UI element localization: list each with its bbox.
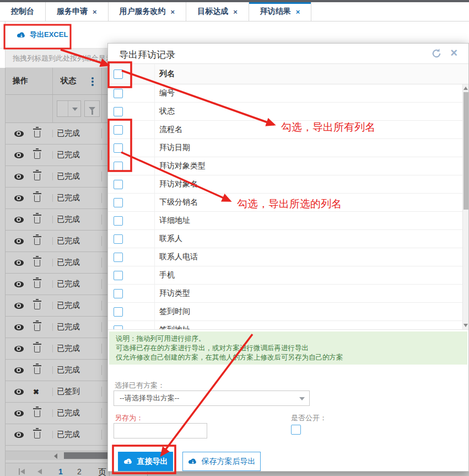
save-then-export-label: 保存方案后导出 xyxy=(202,457,256,467)
column-name: 手机 xyxy=(155,270,175,280)
column-checkbox[interactable] xyxy=(114,107,123,116)
list-item[interactable]: 拜访日期 xyxy=(108,139,468,157)
tab-label: 控制台 xyxy=(11,7,34,17)
cloud-download-icon xyxy=(188,458,197,465)
column-checkbox[interactable] xyxy=(114,289,123,298)
list-item[interactable]: 手机 xyxy=(108,266,468,285)
save-as-input[interactable] xyxy=(114,423,207,438)
tab-label: 服务申请 xyxy=(57,7,88,17)
tab-console[interactable]: 控制台 xyxy=(0,2,46,21)
column-checkbox[interactable] xyxy=(114,325,123,330)
export-excel-label: 导出EXCEL xyxy=(30,30,68,40)
note-line: 说明：拖动列可用进行排序。 xyxy=(116,334,461,344)
column-name: 流程名 xyxy=(155,125,182,135)
list-item[interactable]: 拜访对象类型 xyxy=(108,157,468,175)
tab-close-icon[interactable] xyxy=(233,8,238,15)
public-checkbox[interactable] xyxy=(291,425,301,435)
is-public-label: 是否公开： xyxy=(291,413,327,423)
column-name: 编号 xyxy=(155,88,175,98)
cloud-download-icon xyxy=(123,458,133,465)
tab-label: 目标达成 xyxy=(197,7,228,17)
column-checkbox[interactable] xyxy=(114,253,123,262)
vertical-scrollbar[interactable] xyxy=(462,84,468,329)
list-item[interactable]: 联系人电话 xyxy=(108,248,468,266)
column-checkbox[interactable] xyxy=(114,216,123,226)
tab-close-icon[interactable] xyxy=(296,8,300,15)
direct-export-button[interactable]: 直接导出 xyxy=(118,452,173,471)
column-name: 联系人电话 xyxy=(155,252,198,262)
list-item[interactable]: 状态 xyxy=(108,103,468,121)
scroll-up-icon[interactable] xyxy=(463,87,468,90)
list-item[interactable]: 下级分销名 xyxy=(108,194,468,212)
note-line: 可选择已存在的方案进行导出，或对方案进行微调后再进行导出 xyxy=(116,344,461,353)
direct-export-label: 直接导出 xyxy=(137,457,168,467)
tab-close-icon[interactable] xyxy=(93,8,97,15)
column-list: 列名 编号 状态 流程名 拜访日期 拜访对象类型 拜访对象名 下级分销名 xyxy=(108,63,468,330)
tab-label: 拜访结果 xyxy=(260,7,291,17)
tab-close-icon[interactable] xyxy=(171,8,175,15)
column-name: 状态 xyxy=(155,106,175,116)
cloud-download-icon xyxy=(17,31,26,39)
column-name: 拜访日期 xyxy=(155,143,190,153)
select-plan-label: 选择已有方案： xyxy=(115,381,165,391)
list-item[interactable]: 详细地址 xyxy=(108,212,468,230)
tab-goal-achievement[interactable]: 目标达成 xyxy=(186,2,249,21)
save-as-label: 另存为： xyxy=(115,413,143,423)
column-checkbox[interactable] xyxy=(114,162,123,171)
export-visit-records-dialog: 导出拜访记录 列名 编号 状态 流程名 拜访日期 拜访对象类 xyxy=(107,43,469,472)
column-checkbox[interactable] xyxy=(114,180,123,189)
column-list-header-label: 列名 xyxy=(155,69,175,79)
column-name: 详细地址 xyxy=(155,216,190,226)
tab-service-request[interactable]: 服务申请 xyxy=(46,2,109,21)
column-name: 签到时间 xyxy=(155,307,190,317)
column-checkbox[interactable] xyxy=(114,143,123,153)
list-item[interactable]: 联系人 xyxy=(108,230,468,248)
list-item[interactable]: 拜访对象名 xyxy=(108,175,468,194)
export-excel-button[interactable]: 导出EXCEL xyxy=(17,30,68,40)
refresh-icon[interactable] xyxy=(431,48,442,61)
column-name: 签到地址 xyxy=(155,325,190,330)
column-name: 联系人 xyxy=(155,234,182,244)
column-name: 拜访类型 xyxy=(155,288,190,298)
column-list-header: 列名 xyxy=(108,64,468,84)
column-name: 拜访对象类型 xyxy=(155,161,206,171)
export-plan-select[interactable]: --请选择导出方案-- xyxy=(114,391,310,406)
tab-user-service-change[interactable]: 用户服务改约 xyxy=(109,2,187,21)
column-checkbox[interactable] xyxy=(114,89,123,98)
column-checkbox[interactable] xyxy=(114,234,123,244)
column-name: 拜访对象名 xyxy=(155,179,198,189)
list-item[interactable]: 拜访类型 xyxy=(108,285,468,303)
tab-label: 用户服务改约 xyxy=(120,7,166,17)
dialog-title: 导出拜访记录 xyxy=(119,49,175,61)
export-plan-selected-value: --请选择导出方案-- xyxy=(120,394,179,402)
column-checkbox[interactable] xyxy=(114,125,123,135)
tab-bar: 控制台 服务申请 用户服务改约 目标达成 拜访结果 xyxy=(0,2,469,22)
tab-visit-results[interactable]: 拜访结果 xyxy=(249,2,312,21)
column-checkbox[interactable] xyxy=(114,307,123,317)
note-line: 仅允许修改自己创建的方案，在其他人的方案上修改后可另存为自己的方案 xyxy=(116,353,461,362)
scroll-down-icon[interactable] xyxy=(463,324,468,327)
select-all-checkbox[interactable] xyxy=(114,69,123,79)
column-checkbox[interactable] xyxy=(114,198,123,207)
help-note: 说明：拖动列可用进行排序。 可选择已存在的方案进行导出，或对方案进行微调后再进行… xyxy=(109,331,467,365)
list-item[interactable]: 流程名 xyxy=(108,121,468,139)
save-then-export-button[interactable]: 保存方案后导出 xyxy=(182,452,261,471)
chevron-down-icon xyxy=(299,397,305,400)
list-item[interactable]: 签到地址 xyxy=(108,321,468,330)
column-name: 下级分销名 xyxy=(155,197,198,207)
close-icon[interactable] xyxy=(450,46,457,60)
scrollbar-thumb[interactable] xyxy=(463,92,468,210)
list-item[interactable]: 签到时间 xyxy=(108,303,468,321)
list-item[interactable]: 编号 xyxy=(108,84,468,103)
column-checkbox[interactable] xyxy=(114,271,123,280)
